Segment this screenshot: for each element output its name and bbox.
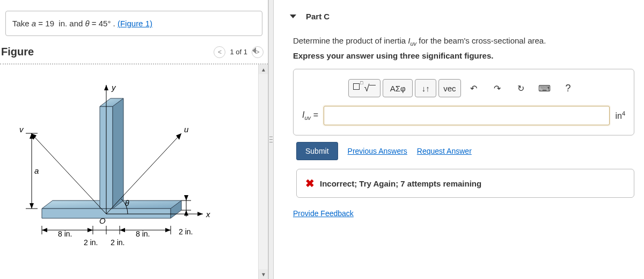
answer-lhs-sub: uv (304, 115, 311, 121)
param-prefix: Take (12, 19, 32, 28)
question-block: Determine the product of inertia Iuv for… (290, 36, 634, 218)
request-answer-link[interactable]: Request Answer (417, 147, 472, 155)
dim-8in-left: 8 in. (58, 230, 72, 238)
dim-2in-b: 2 in. (111, 238, 125, 246)
answer-lhs-eq: = (311, 110, 318, 119)
axis-v-label: v (19, 125, 24, 134)
part-header: Part C (290, 5, 634, 31)
param-a-eq: = 19 in. and (36, 19, 85, 28)
figure-area: y v u a x O θ 8 in. 8 in. 2 in. 2 in. 2 … (0, 65, 268, 279)
feedback-text: Incorrect; Try Again; 7 attempts remaini… (320, 179, 481, 188)
answer-unit-exp: 4 (622, 110, 625, 117)
question-prefix: Determine the product of inertia (293, 36, 408, 45)
dim-2in-c: 2 in. (179, 227, 193, 236)
axis-x-label: x (206, 210, 210, 219)
keyboard-button[interactable]: ⌨ (534, 79, 555, 97)
figure-scrollbar[interactable]: ▲ ▼ (258, 65, 268, 279)
svg-marker-5 (113, 98, 123, 209)
redo-button[interactable]: ↷ (487, 79, 508, 97)
greek-button[interactable]: ΑΣφ (383, 79, 413, 97)
svg-marker-25 (42, 228, 47, 232)
dim-a-label: a (34, 166, 39, 175)
incorrect-icon: ✖ (305, 177, 314, 190)
svg-marker-33 (184, 210, 188, 216)
dim-2in-a: 2 in. (84, 238, 98, 246)
param-a-var: a (32, 19, 36, 28)
answer-unit-base: in (615, 111, 621, 120)
answer-unit: in4 (615, 110, 625, 121)
question-var-sub: uv (410, 40, 416, 47)
svg-marker-11 (176, 133, 181, 140)
figure-page-indicator: 1 of 1 (228, 48, 250, 56)
answer-panel: □ √ ΑΣφ ↓↑ vec ↶ ↷ ↻ ⌨ ? Iuv = in4 (293, 69, 634, 135)
answer-lhs: Iuv = (302, 110, 318, 121)
svg-marker-28 (165, 228, 171, 232)
svg-marker-26 (87, 228, 93, 232)
svg-marker-32 (184, 195, 188, 201)
scroll-up-icon[interactable]: ▲ (259, 65, 268, 74)
svg-marker-18 (30, 203, 34, 209)
dim-8in-right: 8 in. (136, 230, 150, 238)
left-pane: Take a = 19 in. and θ = 45° . (Figure 1)… (0, 0, 268, 279)
submit-row: Submit Previous Answers Request Answer (296, 142, 634, 160)
subscript-superscript-button[interactable]: ↓↑ (415, 79, 436, 97)
svg-marker-9 (197, 212, 203, 216)
axis-u-label: u (184, 125, 189, 134)
answer-row: Iuv = in4 (302, 106, 625, 125)
help-button[interactable]: ? (558, 79, 579, 97)
figure-nav: < 1 of 1 > (214, 46, 264, 58)
answer-input[interactable] (324, 106, 610, 125)
figure-header: Figure < 1 of 1 > (0, 44, 268, 61)
question-tail: for the beam's cross-sectional area. (416, 36, 546, 45)
answer-toolbar: □ √ ΑΣφ ↓↑ vec ↶ ↷ ↻ ⌨ ? (302, 79, 625, 97)
right-pane: Part C Determine the product of inertia … (274, 0, 644, 279)
param-theta-eq: = 45° . (90, 19, 118, 28)
provide-feedback-link[interactable]: Provide Feedback (293, 209, 354, 218)
question-instruction: Express your answer using three signific… (293, 51, 634, 60)
part-title: Part C (306, 12, 330, 21)
origin-label: O (99, 216, 106, 225)
figure-link[interactable]: (Figure 1) (118, 19, 152, 28)
axis-y-label: y (111, 83, 116, 92)
submit-button[interactable]: Submit (296, 142, 338, 160)
collapse-part-icon[interactable] (290, 15, 296, 18)
svg-marker-7 (104, 85, 108, 90)
pane-splitter[interactable] (268, 0, 274, 279)
previous-answers-link[interactable]: Previous Answers (348, 147, 407, 155)
theta-label: θ (125, 199, 129, 208)
collapse-left-icon[interactable] (252, 47, 256, 54)
figure-diagram: y v u a x O θ 8 in. 8 in. 2 in. 2 in. 2 … (4, 74, 235, 246)
feedback-box: ✖ Incorrect; Try Again; 7 attempts remai… (296, 169, 634, 198)
svg-marker-27 (120, 228, 125, 232)
vector-button[interactable]: vec (438, 79, 460, 97)
param-theta-var: θ (85, 19, 90, 28)
figure-title: Figure (1, 46, 34, 58)
parameter-box: Take a = 19 in. and θ = 45° . (Figure 1) (5, 11, 262, 36)
reset-button[interactable]: ↻ (510, 79, 532, 97)
templates-button[interactable]: □ √ (348, 79, 380, 97)
question-text: Determine the product of inertia Iuv for… (293, 36, 634, 47)
figure-prev-button[interactable]: < (214, 46, 225, 58)
scroll-down-icon[interactable]: ▼ (259, 269, 268, 279)
undo-button[interactable]: ↶ (463, 79, 485, 97)
